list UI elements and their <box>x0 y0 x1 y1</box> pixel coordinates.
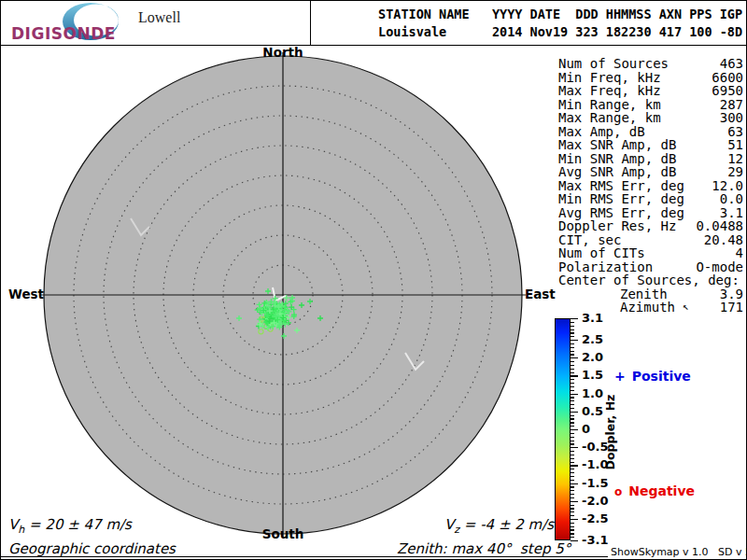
coordinate-system-label: Geographic coordinates <box>8 540 176 557</box>
stat-value: 29 <box>727 165 743 179</box>
header-col-yyyy-value: 2014 <box>492 23 530 41</box>
doppler-colorbar <box>555 318 571 540</box>
stat-value: 12.0 <box>712 179 743 193</box>
stat-label: Azimuth <box>620 301 675 315</box>
header-col-axn-label: AXN <box>659 6 690 23</box>
compass-north-label: North <box>262 45 303 60</box>
colorbar-tick <box>571 386 574 387</box>
colorbar-tick-label: 0.5 <box>582 404 603 418</box>
stat-label: Doppler Res, Hz <box>558 219 676 233</box>
colorbar-tick-label: -3.1 <box>582 533 608 547</box>
colorbar-tick <box>571 397 574 398</box>
stat-label: Max Amp, dB <box>558 125 645 139</box>
header-col-ddd-value: 323 <box>575 23 606 41</box>
header-col-date-value: Nov19 <box>530 23 576 41</box>
stat-value: 463 <box>720 57 743 71</box>
stat-row: Min SNR Amp, dB12 <box>558 152 743 166</box>
colorbar-tick <box>571 322 574 323</box>
colorbar-tick-label: 2.5 <box>582 332 603 346</box>
azimuth-direction-icon: ↖ <box>683 301 689 315</box>
stat-row: Num of Sources463 <box>558 57 743 71</box>
stat-row: Zenith3.9 <box>558 287 743 301</box>
colorbar-tick <box>571 361 574 362</box>
colorbar-tick <box>571 469 574 469</box>
colorbar-tick-label: 2.0 <box>582 350 603 364</box>
colorbar-tick <box>571 441 574 441</box>
colorbar-tick <box>571 480 574 481</box>
header-col-pps: PPS100 <box>689 6 720 40</box>
colorbar-tick <box>571 486 574 487</box>
crosshair <box>40 52 526 538</box>
colorbar-tick <box>571 501 578 502</box>
colorbar-tick <box>571 418 574 419</box>
lowell-digisonde-logo: Lowell DIGISONDE <box>1 1 311 45</box>
compass-south-label: South <box>262 526 304 541</box>
stat-label: CIT, sec <box>558 233 621 247</box>
stat-row: Doppler Res, Hz0.0488 <box>558 219 743 233</box>
colorbar-tick <box>571 443 574 444</box>
header-col-ddd-label: DDD <box>575 6 606 23</box>
stat-value: 0.0488 <box>696 219 743 233</box>
header-col-yyyy-label: YYYY <box>492 6 530 23</box>
colorbar-tick <box>571 508 574 509</box>
colorbar-tick <box>571 375 578 376</box>
stat-value: 287 <box>720 98 743 112</box>
station-header-table: STATION NAMELouisvaleYYYY2014DATENov19DD… <box>378 6 742 40</box>
colorbar-tick <box>571 433 574 434</box>
stat-value: 0.0 <box>720 192 743 206</box>
colorbar-tick <box>571 462 574 463</box>
stat-label: Max SNR Amp, dB <box>558 138 676 152</box>
colorbar-tick-label: 0 <box>582 422 590 436</box>
center-of-sources-header: Center of Sources, deg: <box>558 273 743 287</box>
stat-label: Num of CITs <box>558 246 645 260</box>
station-column-label: STATION NAME <box>378 6 492 23</box>
stat-label: Min Range, km <box>558 98 661 112</box>
colorbar-tick <box>571 505 574 506</box>
colorbar-tick <box>571 357 578 358</box>
colorbar-tick <box>571 369 574 370</box>
stat-row: Min Freq, kHz6600 <box>558 71 743 85</box>
colorbar-tick <box>571 465 578 466</box>
colorbar-tick <box>571 340 578 341</box>
colorbar-tick <box>571 490 574 491</box>
stat-label: Min RMS Err, deg <box>558 192 684 206</box>
colorbar-tick <box>571 408 574 409</box>
colorbar-tick <box>571 437 574 438</box>
stat-label: Max Range, km <box>558 111 661 125</box>
header-col-date-label: DATE <box>530 6 576 23</box>
stat-row: Min RMS Err, deg0.0 <box>558 192 743 206</box>
positive-doppler-legend: +Positive <box>614 369 691 384</box>
plus-marker-icon: + <box>614 369 626 384</box>
stat-row: Min Range, km287 <box>558 98 743 112</box>
compass-east-label: East <box>525 287 556 301</box>
measurement-stats-panel: Num of Sources463Min Freq, kHz6600Max Fr… <box>558 57 743 315</box>
header-col-axn: AXN417 <box>659 6 690 40</box>
title-bar: Lowell DIGISONDE STATION NAMELouisvaleYY… <box>1 1 746 46</box>
colorbar-tick <box>571 422 574 423</box>
colorbar-tick <box>571 394 578 395</box>
colorbar-tick <box>571 519 578 520</box>
colorbar-tick-label: -2.5 <box>582 511 608 525</box>
colorbar-tick-label: 1.0 <box>582 386 603 400</box>
zenith-grid-note: Zenith: max 40° step 5° <box>397 540 571 557</box>
stat-value: 63 <box>727 125 743 139</box>
colorbar-tick <box>571 458 574 459</box>
colorbar-tick-label: -2.0 <box>582 494 608 508</box>
colorbar-tick <box>571 329 574 330</box>
header-col-pps-value: 100 <box>689 23 720 41</box>
stat-label: Min Freq, kHz <box>558 71 661 85</box>
colorbar-tick-label: 3.1 <box>582 311 603 325</box>
stat-value: O-mode <box>696 260 743 274</box>
stat-row: Max Range, km300 <box>558 111 743 125</box>
colorbar-tick <box>571 476 574 477</box>
colorbar-tick <box>571 336 574 337</box>
stat-label: Num of Sources <box>558 57 669 71</box>
colorbar-tick <box>571 379 574 380</box>
stat-row: CIT, sec20.48 <box>558 233 743 247</box>
colorbar-tick <box>571 354 574 355</box>
colorbar-tick <box>571 347 574 348</box>
stat-row: Num of CITs4 <box>558 246 743 260</box>
header-col-hhmmss: HHMMSS182230 <box>606 6 659 40</box>
header-col-igp-label: IGP <box>720 6 742 23</box>
colorbar-tick <box>571 343 574 344</box>
